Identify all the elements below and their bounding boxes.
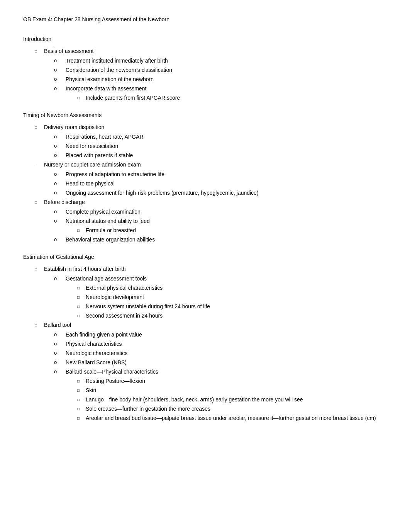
list-item: o Neurologic characteristics — [54, 349, 387, 357]
list-item: □ Skin — [77, 386, 387, 394]
gestational-age-heading: Estimation of Gestational Age — [23, 253, 387, 261]
item-text: Respirations, heart rate, APGAR — [66, 133, 144, 141]
page-title: OB Exam 4: Chapter 28 Nursing Assessment… — [23, 15, 387, 24]
bullet-icon: □ — [77, 388, 83, 393]
list-item: □ Formula or breastfed — [77, 226, 387, 235]
bullet-icon: o — [54, 85, 62, 92]
list-item: o Consideration of the newborn’s classif… — [54, 66, 387, 74]
bullet-icon: o — [54, 180, 62, 187]
item-text: Include parents from first APGAR score — [86, 94, 180, 102]
list-item: o Each finding given a point value — [54, 331, 387, 339]
item-text: Neurologic development — [86, 293, 144, 301]
item-text: Gestational age assessment tools — [66, 275, 147, 283]
list-item: o Complete physical examination — [54, 208, 387, 216]
list-item: □ Lanugo—fine body hair (shoulders, back… — [77, 396, 387, 404]
list-item: o Nutritional status and ability to feed — [54, 217, 387, 225]
bullet-icon: o — [54, 151, 62, 159]
item-text: Incorporate data with assessment — [66, 85, 146, 93]
list-item: o Ongoing assessment for high-risk probl… — [54, 189, 387, 197]
item-text: Delivery room disposition — [44, 123, 104, 131]
bullet-icon: □ — [77, 406, 83, 412]
item-text: Before discharge — [44, 198, 85, 206]
gestational-age-section: Estimation of Gestational Age □ Establis… — [23, 253, 387, 422]
item-text: Establish in first 4 hours after birth — [44, 265, 126, 273]
bullet-icon: o — [54, 189, 62, 197]
item-text: Need for resuscitation — [66, 142, 118, 150]
bullet-icon: o — [54, 170, 62, 178]
item-text: Nervous system unstable during first 24 … — [86, 303, 210, 311]
list-item: o Ballard scale—Physical characteristics — [54, 368, 387, 376]
bullet-icon: □ — [35, 124, 40, 130]
item-text: Resting Posture—flexion — [86, 377, 145, 385]
list-item: □ Resting Posture—flexion — [77, 377, 387, 385]
item-text: Complete physical examination — [66, 208, 141, 216]
bullet-icon: □ — [77, 228, 83, 233]
bullet-icon: □ — [77, 313, 83, 319]
introduction-heading: Introduction — [23, 35, 387, 43]
item-text: Physical examination of the newborn — [66, 75, 154, 83]
list-item: o Physical characteristics — [54, 340, 387, 348]
item-text: Sole creases—further in gestation the mo… — [86, 405, 210, 413]
bullet-icon: o — [54, 208, 62, 216]
timing-section: Timing of Newborn Assessments □ Delivery… — [23, 111, 387, 244]
list-item: o Progress of adaptation to extrauterine… — [54, 170, 387, 178]
list-item: o Head to toe physical — [54, 180, 387, 188]
item-text: External physical characteristics — [86, 284, 163, 292]
item-text: Consideration of the newborn’s classific… — [66, 66, 172, 74]
bullet-icon: □ — [35, 199, 40, 205]
bullet-icon: o — [54, 340, 62, 348]
item-text: Behavioral state organization abilities — [66, 236, 155, 244]
bullet-icon: o — [54, 331, 62, 338]
bullet-icon: □ — [35, 266, 40, 272]
item-text: Nursery or couplet care admission exam — [44, 161, 141, 169]
bullet-icon: o — [54, 275, 62, 282]
bullet-icon: □ — [77, 294, 83, 300]
bullet-icon: o — [54, 133, 62, 141]
list-item: □ Ballard tool — [35, 321, 387, 329]
list-item: o Need for resuscitation — [54, 142, 387, 150]
list-item: o Gestational age assessment tools — [54, 275, 387, 283]
list-item: □ Include parents from first APGAR score — [77, 94, 387, 102]
list-item: □ Establish in first 4 hours after birth — [35, 265, 387, 273]
list-item: o Respirations, heart rate, APGAR — [54, 133, 387, 141]
bullet-icon: □ — [77, 95, 83, 101]
item-text: New Ballard Score (NBS) — [66, 359, 127, 367]
list-item: o Physical examination of the newborn — [54, 75, 387, 83]
item-text: Progress of adaptation to extrauterine l… — [66, 170, 164, 178]
bullet-icon: o — [54, 217, 62, 225]
item-text: Ballard scale—Physical characteristics — [66, 368, 158, 376]
item-text: Ongoing assessment for high-risk problem… — [66, 189, 259, 197]
bullet-icon: □ — [35, 162, 40, 168]
page-container: OB Exam 4: Chapter 28 Nursing Assessment… — [23, 15, 387, 422]
item-text: Skin — [86, 386, 96, 394]
list-item: □ Nursery or couplet care admission exam — [35, 161, 387, 169]
list-item: □ Before discharge — [35, 198, 387, 206]
bullet-icon: □ — [77, 304, 83, 309]
bullet-icon: o — [54, 75, 62, 83]
item-text: Each finding given a point value — [66, 331, 142, 339]
bullet-icon: □ — [35, 322, 40, 328]
list-item: □ External physical characteristics — [77, 284, 387, 292]
list-item: □ Second assessment in 24 hours — [77, 312, 387, 320]
list-item: o Behavioral state organization abilitie… — [54, 236, 387, 244]
bullet-icon: o — [54, 368, 62, 376]
item-text: Physical characteristics — [66, 340, 122, 348]
list-item: o Incorporate data with assessment — [54, 85, 387, 93]
bullet-icon: o — [54, 236, 62, 243]
item-text: Areolar and breast bud tissue—palpate br… — [86, 414, 376, 422]
list-item: □ Delivery room disposition — [35, 123, 387, 131]
list-item: □ Areolar and breast bud tissue—palpate … — [77, 414, 387, 422]
bullet-icon: o — [54, 349, 62, 357]
bullet-icon: o — [54, 359, 62, 366]
timing-heading: Timing of Newborn Assessments — [23, 111, 387, 119]
list-item: □ Basis of assessment — [35, 47, 387, 55]
bullet-icon: o — [54, 142, 62, 150]
item-text: Lanugo—fine body hair (shoulders, back, … — [86, 396, 303, 404]
item-text: Basis of assessment — [44, 47, 93, 55]
bullet-icon: o — [54, 57, 62, 65]
item-text: Ballard tool — [44, 321, 71, 329]
bullet-icon: □ — [77, 415, 83, 421]
bullet-icon: o — [54, 66, 62, 74]
item-text: Neurologic characteristics — [66, 349, 127, 357]
list-item: □ Sole creases—further in gestation the … — [77, 405, 387, 413]
